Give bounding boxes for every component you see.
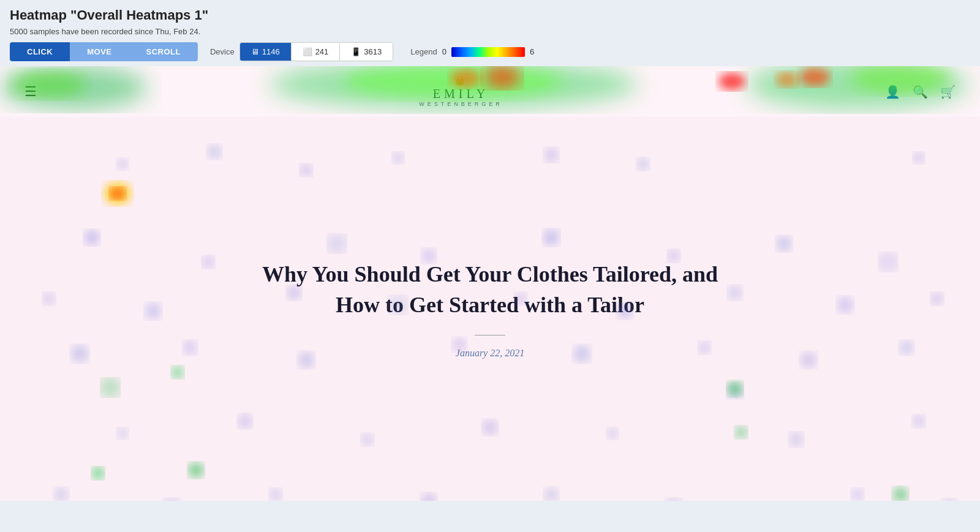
svg-point-10 [776,72,798,87]
svg-point-61 [208,145,221,159]
legend-gradient [451,47,525,57]
tab-click[interactable]: CLICK [10,42,70,61]
svg-point-16 [422,249,435,263]
svg-point-3 [450,69,481,88]
svg-point-55 [421,493,436,501]
svg-point-64 [545,148,558,162]
svg-point-37 [698,342,710,354]
svg-point-49 [607,428,618,439]
svg-point-53 [164,499,179,501]
svg-point-13 [85,230,99,245]
svg-point-50 [790,433,803,446]
tab-scroll[interactable]: SCROLL [129,42,198,61]
tab-move[interactable]: MOVE [70,42,129,61]
device-mobile[interactable]: 📱 3613 [340,43,393,61]
svg-point-26 [617,304,632,318]
svg-point-21 [43,293,55,305]
svg-point-58 [851,489,864,501]
desktop-count: 1146 [262,47,280,56]
svg-point-44 [893,487,908,501]
svg-point-5 [12,71,86,98]
svg-point-14 [202,256,214,268]
legend-label: Legend [410,47,437,56]
svg-point-39 [801,352,816,368]
svg-point-24 [390,296,407,313]
device-tablet[interactable]: ⬜ 241 [292,43,341,61]
svg-point-51 [913,415,925,427]
svg-point-47 [361,433,374,446]
toolbar: CLICK MOVE SCROLL Device 🖥 1146 ⬜ 241 📱 … [10,42,970,61]
svg-point-22 [145,303,161,319]
device-label: Device [210,47,235,56]
svg-point-12 [110,187,125,200]
heatmap-type-tabs: CLICK MOVE SCROLL [10,42,198,61]
svg-point-28 [837,297,853,313]
desktop-icon: 🖥 [251,47,259,56]
svg-point-33 [102,379,119,396]
svg-point-15 [328,235,345,252]
svg-point-41 [92,467,104,479]
svg-point-18 [668,250,680,262]
mobile-count: 3613 [364,47,382,56]
svg-point-40 [900,341,913,354]
legend-group: Legend 0 6 [410,47,534,57]
legend-min: 0 [442,47,447,56]
svg-point-52 [55,488,68,501]
svg-point-29 [931,293,943,305]
tablet-count: 241 [315,47,329,56]
svg-point-25 [514,293,527,305]
svg-point-2 [484,66,521,88]
heatmap-viewport: ☰ 👑 EMILY WESTENBERGER 👤 🔍 🛒 Why You Sho… [0,66,980,501]
page-title: Heatmap "Overall Heatmaps 1" [10,7,970,23]
svg-point-56 [545,488,558,501]
svg-point-54 [270,489,282,501]
mobile-icon: 📱 [351,47,361,56]
svg-point-19 [777,236,791,251]
svg-point-17 [543,230,559,245]
svg-point-67 [728,381,742,396]
svg-point-32 [172,366,184,378]
device-tabs: 🖥 1146 ⬜ 241 📱 3613 [239,42,394,61]
svg-point-36 [573,345,590,362]
svg-point-59 [942,500,957,501]
tablet-icon: ⬜ [303,47,312,56]
svg-point-42 [189,463,203,478]
svg-point-68 [735,426,747,438]
header-area: Heatmap "Overall Heatmaps 1" 5000 sample… [0,0,980,66]
svg-point-23 [287,286,301,299]
svg-point-27 [728,286,742,299]
svg-point-45 [117,428,128,439]
svg-point-48 [483,420,497,435]
heatmap-overlay [0,66,980,501]
svg-point-57 [666,499,682,501]
svg-point-20 [880,253,897,271]
svg-point-66 [913,152,924,163]
svg-point-35 [453,338,466,351]
svg-point-46 [238,414,252,428]
sample-info: 5000 samples have been recorded since Th… [10,27,970,36]
legend-max: 6 [530,47,534,56]
svg-point-63 [393,152,404,163]
svg-point-30 [71,345,88,362]
svg-point-60 [117,159,128,170]
svg-point-62 [300,164,312,176]
svg-point-31 [183,341,197,354]
svg-point-9 [718,73,745,90]
device-desktop[interactable]: 🖥 1146 [240,43,292,61]
svg-point-8 [799,68,830,86]
svg-point-34 [298,352,314,368]
svg-point-65 [637,158,649,170]
